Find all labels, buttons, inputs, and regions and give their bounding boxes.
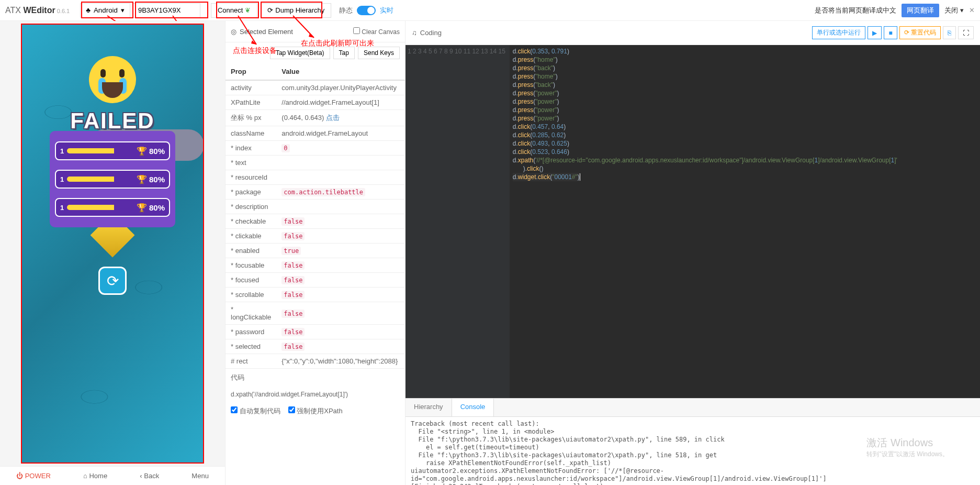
close-translate[interactable]: 关闭 ▾ [944,6,964,15]
code-editor[interactable]: 1 2 3 4 5 6 7 8 9 10 11 12 13 14 15 d.cl… [405,45,980,398]
realtime-toggle[interactable] [357,6,376,15]
properties-table: PropValue activitycom.unity3d.player.Uni… [226,63,405,369]
platform-label: Android [94,6,118,14]
reset-code-button[interactable]: ⟳ 重置代码 [899,26,941,39]
device-screen[interactable]: FAILED 1🏆80% 1🏆80% 1🏆80% ⟳ [21,24,204,464]
table-row: * checkablefalse [226,214,405,229]
serial-input[interactable] [132,3,200,18]
music-icon: ♫ [412,29,417,37]
tap-button[interactable]: Tap [333,47,355,59]
device-preview-panel: FAILED 1🏆80% 1🏆80% 1🏆80% ⟳ ⏻ POWER ⌂ Hom… [0,21,225,485]
table-row: * longClickablefalse [226,302,405,325]
force-xpath-checkbox[interactable]: 强制使用XPath [288,406,343,416]
table-row: XPathLite//android.widget.FrameLayout[1] [226,95,405,110]
table-row: * index0 [226,141,405,156]
trophy-icon: 🏆 [137,174,147,184]
connect-button[interactable]: Connect ❦ [211,3,257,18]
home-button[interactable]: ⌂ Home [83,472,107,480]
translate-bar: 是否将当前网页翻译成中文 网页翻译 关闭 ▾ ✕ [815,4,975,17]
table-row: * enabledtrue [226,244,405,258]
code-label: 代码 [226,369,405,387]
score-panel: 1🏆80% 1🏆80% 1🏆80% [50,131,175,227]
static-label: 静态 [339,6,353,15]
chevron-down-icon: ▾ [121,6,125,14]
power-button[interactable]: ⏻ POWER [16,472,51,480]
tab-console[interactable]: Console [452,399,494,416]
clear-canvas-checkbox[interactable]: Clear Canvas [353,27,400,36]
score-row: 1🏆80% [55,141,170,160]
table-row: * packagecom.action.tilebattle [226,185,405,200]
send-keys-button[interactable]: Send Keys [358,47,400,59]
score-row: 1🏆80% [55,170,170,189]
element-inspector-panel: ◎Selected Element Clear Canvas Tap Widge… [225,21,405,485]
tab-hierarchy[interactable]: Hierarchy [405,399,452,416]
table-row: * focusablefalse [226,258,405,273]
menu-button[interactable]: Menu [192,472,209,480]
console-tabs: Hierarchy Console [405,398,980,417]
translate-button[interactable]: 网页翻译 [902,4,939,17]
table-row: * clickablefalse [226,229,405,244]
coding-panel: ♫Coding 单行或选中运行 ▶ ■ ⟳ 重置代码 ⎘ ⛶ 1 2 3 4 5… [405,21,980,485]
score-row: 1🏆80% [55,198,170,217]
leaf-icon: ❦ [245,6,251,14]
table-row: * resourceId [226,170,405,185]
coding-title: Coding [420,29,442,37]
table-row: activitycom.unity3d.player.UnityPlayerAc… [226,80,405,95]
dump-hierarchy-button[interactable]: ⟳ Dump Hierarchy [261,3,331,18]
device-nav-bar: ⏻ POWER ⌂ Home ‹ Back Menu [0,466,225,485]
expand-button[interactable]: ⛶ [958,26,974,39]
trophy-icon: 🏆 [137,203,147,213]
auto-copy-checkbox[interactable]: 自动复制代码 [231,406,280,416]
game-failed-text: FAILED [70,108,154,134]
table-row: * selectedfalse [226,339,405,354]
android-icon: ♣ [86,6,91,14]
table-row: * focusedfalse [226,273,405,288]
trophy-icon: 🏆 [137,146,147,156]
translate-question: 是否将当前网页翻译成中文 [815,6,896,15]
table-row: # rect{"x":0,"y":0,"width":1080,"height"… [226,354,405,369]
copy-button[interactable]: ⎘ [943,26,956,39]
close-icon[interactable]: ✕ [969,6,975,14]
realtime-label: 实时 [380,6,393,15]
reload-button[interactable]: ⟳ [98,267,127,295]
xpath-code: d.xpath('//android.widget.FrameLayout[1]… [226,387,405,402]
coord-click-link[interactable]: 点击 [326,114,340,122]
console-output[interactable]: Traceback (most recent call last): File … [405,417,980,485]
top-toolbar: ATX WEditor 0.6.1 ♣ Android ▾ Connect ❦ … [0,0,980,21]
table-row: * text [226,156,405,170]
run-selection-button[interactable]: 单行或选中运行 [812,26,865,39]
reload-icon: ⟳ [107,272,119,290]
table-row: * description [226,200,405,214]
app-logo: ATX WEditor 0.6.1 [5,6,70,15]
target-icon: ◎ [231,28,236,36]
run-button[interactable]: ▶ [868,26,882,39]
selected-element-title: Selected Element [240,28,293,36]
table-row: 坐标 % px(0.464, 0.643) 点击 [226,110,405,126]
table-row: * passwordfalse [226,325,405,339]
platform-dropdown[interactable]: ♣ Android ▾ [80,3,130,18]
table-row: * scrollablefalse [226,288,405,302]
refresh-icon: ⟳ [267,6,273,14]
tap-widget-button[interactable]: Tap Widget(Beta) [270,47,330,59]
stop-button[interactable]: ■ [884,26,897,39]
back-button[interactable]: ‹ Back [140,472,159,480]
table-row: classNameandroid.widget.FrameLayout [226,126,405,141]
